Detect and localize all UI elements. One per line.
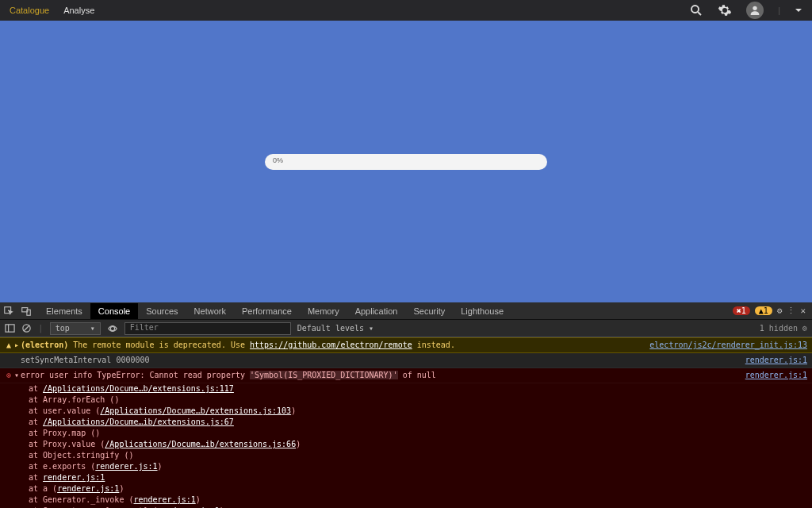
svg-point-10 [110,326,114,330]
devtools-settings-icon[interactable]: ⚙ [777,306,783,316]
topbar-nav: Catalogue Analyse [10,6,94,15]
devtools-tab-memory[interactable]: Memory [300,303,347,319]
devtools-tab-application[interactable]: Application [347,303,406,319]
console-clear-icon[interactable] [21,323,32,333]
app-viewport: 0% [0,21,812,302]
devtools: ElementsConsoleSourcesNetworkPerformance… [0,302,812,508]
svg-line-1 [698,12,701,15]
context-select[interactable]: top▾ [50,322,101,335]
hidden-count: 1 hidden [760,324,798,333]
devtools-tab-network[interactable]: Network [186,303,234,319]
levels-select[interactable]: Default levels ▾ [297,324,373,333]
warning-badge[interactable]: ▲ 1 [755,306,772,315]
topbar-right: | [689,2,802,19]
console-settings-icon[interactable]: ⚙ [802,324,807,333]
progress-bar: 0% [265,154,547,170]
nav-catalogue[interactable]: Catalogue [10,6,49,15]
devtools-tab-performance[interactable]: Performance [234,303,300,319]
source-link[interactable]: renderer.js:1 [736,355,807,366]
devtools-kebab-icon[interactable]: ⋮ [787,306,795,316]
filter-input[interactable]: Filter [124,322,291,335]
nav-analyse[interactable]: Analyse [63,6,94,15]
settings-gear-icon[interactable] [718,3,732,17]
svg-point-2 [753,6,756,10]
avatar-icon[interactable] [746,2,764,19]
divider: | [778,6,780,15]
console-log-area[interactable]: ▲▸ (electron) The remote module is depre… [0,337,812,508]
devtools-tab-lighthouse[interactable]: Lighthouse [453,303,511,319]
live-expr-icon[interactable] [107,323,118,334]
source-link[interactable]: electron/js2c/renderer_init.js:13 [640,340,807,351]
log-row-error[interactable]: ⊗▾ error user info TypeError: Cannot rea… [0,368,812,383]
svg-rect-6 [6,325,14,332]
error-badge[interactable]: ✖ 1 [733,306,750,315]
source-link[interactable]: renderer.js:1 [736,370,807,381]
inspect-icon[interactable] [3,306,14,317]
log-row-warning[interactable]: ▲▸ (electron) The remote module is depre… [0,337,812,353]
console-sidebar-icon[interactable] [5,323,15,333]
devtools-close-icon[interactable]: ✕ [800,306,806,316]
svg-line-9 [24,325,29,331]
progress-label: 0% [273,156,283,164]
devtools-tabs: ElementsConsoleSourcesNetworkPerformance… [0,302,812,320]
device-toggle-icon[interactable] [21,306,32,317]
devtools-tab-elements[interactable]: Elements [38,303,90,319]
log-row-info[interactable]: setSyncMetaInterval 0000000 renderer.js:… [0,353,812,368]
svg-point-0 [691,6,699,13]
devtools-tab-security[interactable]: Security [405,303,453,319]
console-toolbar: | top▾ Filter Default levels ▾ 1 hidden … [0,320,812,337]
topbar: Catalogue Analyse | [0,0,812,21]
log-row-error-stack: at /Applications/Docume…b/extensions.js:… [0,383,812,508]
dropdown-caret-icon[interactable] [795,6,802,14]
search-icon[interactable] [689,3,703,17]
devtools-tab-sources[interactable]: Sources [138,303,186,319]
devtools-tab-console[interactable]: Console [90,303,138,319]
